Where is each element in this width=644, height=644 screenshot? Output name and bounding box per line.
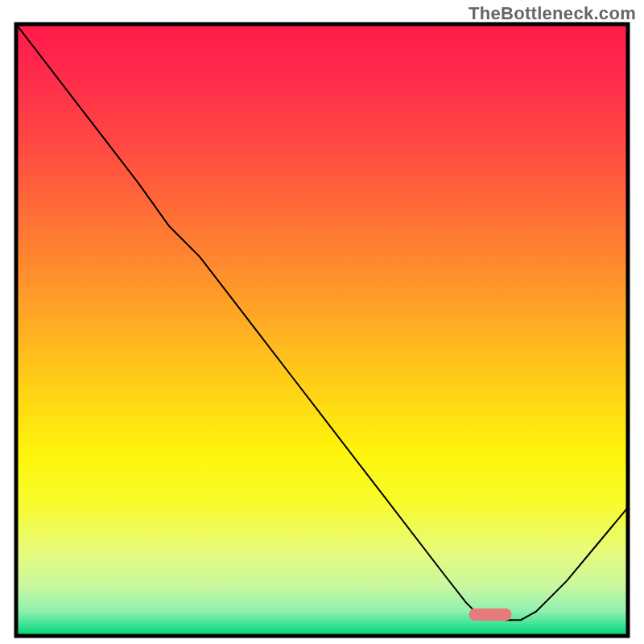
- gradient-background: [16, 24, 628, 636]
- optimal-marker: [469, 609, 511, 621]
- chart-frame: TheBottleneck.com: [0, 0, 644, 644]
- chart-svg: [0, 0, 644, 644]
- watermark-label: TheBottleneck.com: [469, 3, 636, 24]
- plot-area: [16, 24, 628, 636]
